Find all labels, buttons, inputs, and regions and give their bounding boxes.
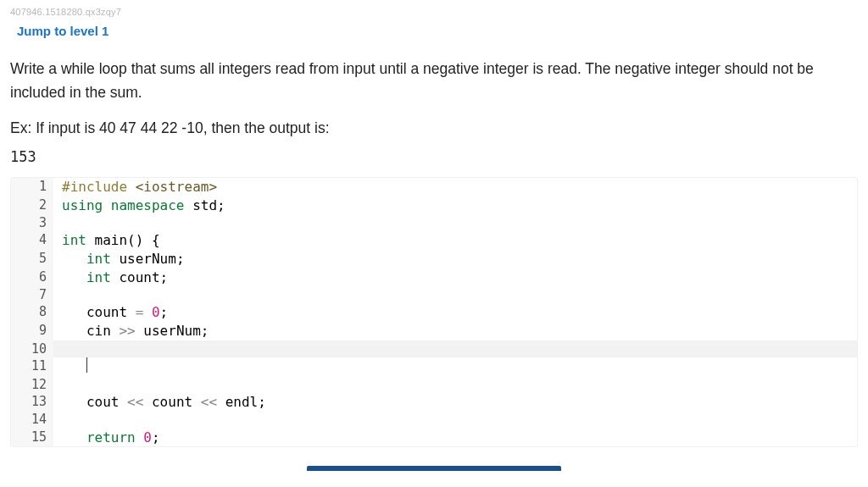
code-editor[interactable]: 1 #include <iostream> 2 using namespace …	[10, 177, 858, 447]
code-line: 9 cin >> userNum;	[11, 322, 857, 340]
example-suffix: , then the output is:	[203, 119, 330, 136]
line-number: 13	[11, 393, 53, 412]
cursor-caret	[86, 357, 87, 373]
bottom-accent-bar	[307, 466, 561, 471]
line-number: 5	[11, 250, 53, 268]
code-line: 2 using namespace std;	[11, 196, 857, 215]
line-number: 12	[11, 376, 53, 393]
line-number: 10	[11, 340, 53, 357]
code-text[interactable]: int main() {	[53, 231, 857, 250]
code-line: 6 int count;	[11, 268, 857, 287]
line-number: 14	[11, 411, 53, 428]
code-line: 14	[11, 411, 857, 428]
code-text[interactable]: return 0;	[53, 429, 857, 447]
code-line: 8 count = 0;	[11, 303, 857, 322]
code-text[interactable]: using namespace std;	[53, 196, 857, 215]
line-number: 8	[11, 303, 53, 322]
code-line: 13 cout << count << endl;	[11, 393, 857, 412]
problem-statement: Write a while loop that sums all integer…	[10, 57, 858, 104]
line-number: 15	[11, 429, 53, 447]
sku-label: 407946.1518280.qx3zqy7	[10, 7, 858, 17]
code-line: 3	[11, 214, 857, 231]
code-line: 15 return 0;	[11, 429, 857, 447]
code-text[interactable]	[53, 286, 857, 303]
line-number: 4	[11, 231, 53, 250]
code-text[interactable]	[53, 214, 857, 231]
line-number: 6	[11, 268, 53, 287]
code-text[interactable]: count = 0;	[53, 303, 857, 322]
code-text[interactable]: #include <iostream>	[53, 178, 857, 196]
code-text[interactable]: int userNum;	[53, 250, 857, 268]
line-number: 1	[11, 178, 53, 196]
code-line: 1 #include <iostream>	[11, 178, 857, 196]
code-text[interactable]: int count;	[53, 268, 857, 287]
exercise-page: 407946.1518280.qx3zqy7 Jump to level 1 W…	[0, 0, 868, 471]
code-line: 4 int main() {	[11, 231, 857, 250]
line-number: 9	[11, 322, 53, 340]
example-output: 153	[10, 148, 858, 165]
example-input: 40 47 44 22 -10	[99, 119, 203, 136]
code-text[interactable]	[53, 376, 857, 393]
code-line: 11	[11, 357, 857, 376]
example-line: Ex: If input is 40 47 44 22 -10, then th…	[10, 116, 858, 140]
example-prefix: Ex: If input is	[10, 119, 99, 136]
code-line: 7	[11, 286, 857, 303]
line-number: 2	[11, 196, 53, 215]
code-text[interactable]	[53, 340, 857, 357]
code-line: 10	[11, 340, 857, 357]
code-line: 12	[11, 376, 857, 393]
line-number: 3	[11, 214, 53, 231]
code-text[interactable]: cout << count << endl;	[53, 393, 857, 412]
code-line: 5 int userNum;	[11, 250, 857, 268]
code-text[interactable]	[53, 411, 857, 428]
code-text[interactable]	[53, 357, 857, 376]
code-text[interactable]: cin >> userNum;	[53, 322, 857, 340]
line-number: 11	[11, 357, 53, 376]
jump-to-level-link[interactable]: Jump to level 1	[17, 24, 108, 38]
line-number: 7	[11, 286, 53, 303]
